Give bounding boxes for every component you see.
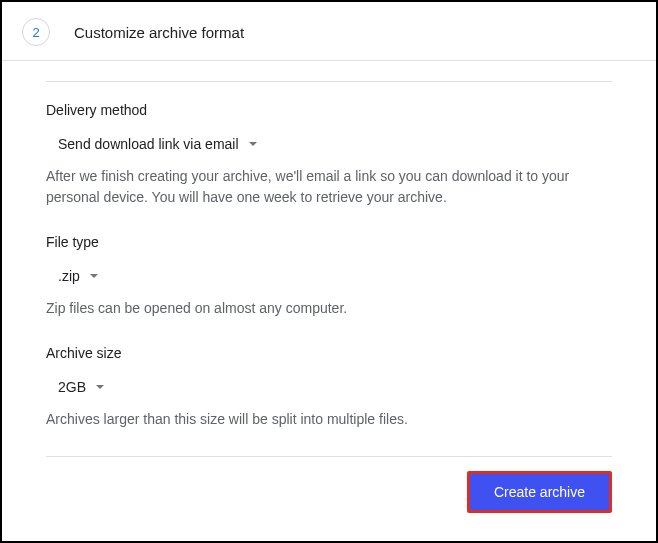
create-archive-button[interactable]: Create archive [467, 471, 612, 513]
content-area: Delivery method Send download link via e… [2, 61, 656, 541]
file-type-value: .zip [58, 268, 80, 284]
chevron-down-icon [90, 274, 98, 278]
delivery-method-value: Send download link via email [58, 136, 239, 152]
step-number: 2 [32, 25, 39, 40]
archive-size-dropdown[interactable]: 2GB [46, 379, 612, 395]
bottom-divider [46, 456, 612, 457]
button-row: Create archive [46, 471, 612, 513]
step-number-circle: 2 [22, 18, 50, 46]
step-header: 2 Customize archive format [2, 2, 656, 61]
delivery-method-dropdown[interactable]: Send download link via email [46, 136, 612, 152]
archive-size-value: 2GB [58, 379, 86, 395]
chevron-down-icon [249, 142, 257, 146]
delivery-method-description: After we finish creating your archive, w… [46, 166, 612, 208]
file-type-description: Zip files can be opened on almost any co… [46, 298, 612, 319]
header-title: Customize archive format [74, 24, 244, 41]
file-type-dropdown[interactable]: .zip [46, 268, 612, 284]
file-type-label: File type [46, 234, 612, 250]
delivery-method-label: Delivery method [46, 102, 612, 118]
chevron-down-icon [96, 385, 104, 389]
top-divider [46, 81, 612, 82]
archive-size-description: Archives larger than this size will be s… [46, 409, 612, 430]
archive-size-label: Archive size [46, 345, 612, 361]
